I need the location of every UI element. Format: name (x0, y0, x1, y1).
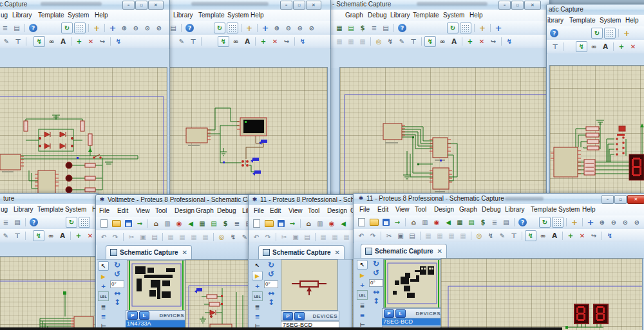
new-sheet-icon[interactable] (565, 231, 576, 241)
help-icon[interactable] (29, 24, 37, 32)
zoom-out-icon[interactable] (609, 217, 619, 227)
search-icon[interactable] (46, 37, 57, 46)
ruler-icon[interactable] (0, 23, 10, 33)
probe-labels[interactable] (245, 140, 267, 176)
copy-icon[interactable] (138, 232, 148, 242)
minimize-button[interactable] (280, 1, 292, 10)
zoom-area-icon[interactable] (295, 23, 305, 33)
menu-item-debug[interactable]: Debug (217, 207, 236, 214)
tab-close-icon[interactable] (335, 249, 340, 256)
tab-close-icon[interactable] (437, 248, 442, 255)
menu-item-design[interactable]: Design (327, 207, 347, 214)
tool-icon[interactable] (13, 37, 23, 46)
library-button[interactable]: L (395, 309, 406, 318)
origin-icon[interactable] (477, 23, 488, 33)
device-list-item-selected[interactable]: 1N4733A (126, 320, 185, 327)
goto-sheet-icon[interactable] (97, 37, 108, 46)
pan-icon[interactable] (585, 217, 596, 227)
film-icon[interactable] (455, 217, 465, 227)
pan-icon[interactable] (493, 23, 504, 33)
library-button[interactable]: L (294, 312, 305, 320)
block-move-icon[interactable] (435, 231, 445, 241)
schematic-canvas[interactable] (0, 256, 97, 330)
autoroute-icon[interactable] (576, 41, 587, 52)
rotate-cw-icon[interactable] (373, 260, 379, 269)
block-move-icon[interactable] (177, 232, 187, 242)
close-button[interactable] (627, 195, 644, 204)
grid-toggle-icon[interactable] (227, 23, 238, 33)
design-explorer-icon[interactable] (113, 37, 124, 46)
zoom-all-icon[interactable] (154, 23, 164, 33)
block-delete-icon[interactable] (458, 231, 468, 241)
import-icon[interactable] (392, 217, 402, 227)
new-file-icon[interactable] (100, 219, 108, 228)
notes-icon[interactable] (501, 217, 511, 227)
redraw-icon[interactable] (214, 23, 225, 33)
schematic-canvas[interactable] (440, 258, 643, 330)
cursor-mode-icon[interactable] (252, 261, 262, 270)
titlebar[interactable]: atic Capture (547, 5, 644, 15)
grid-toggle-icon[interactable] (79, 217, 90, 228)
cursor-mode-icon[interactable] (357, 260, 368, 270)
text-script-icon[interactable] (252, 302, 262, 311)
autoroute-icon[interactable] (218, 36, 229, 47)
junction-mode-icon[interactable] (99, 272, 108, 280)
block-delete-icon[interactable] (357, 37, 368, 46)
maximize-button[interactable] (135, 1, 147, 10)
search-icon[interactable] (46, 231, 56, 241)
mirror-x-icon[interactable] (268, 289, 274, 298)
rotation-angle-field[interactable]: 0° (369, 279, 383, 287)
menu-item-tool[interactable]: Tool (155, 207, 167, 214)
menu-item[interactable]: ug (1, 12, 8, 19)
device-list-item-selected[interactable]: 7SEG-BCD (382, 318, 441, 325)
book-icon[interactable] (209, 219, 219, 228)
redraw-icon[interactable] (61, 23, 73, 33)
ruler-icon[interactable] (369, 23, 379, 33)
notes-icon[interactable] (12, 23, 22, 33)
search-tag-icon[interactable] (600, 42, 611, 51)
junction-mode-icon[interactable] (252, 271, 263, 280)
rewind-icon[interactable] (443, 217, 453, 227)
minimize-button[interactable] (498, 1, 511, 10)
ic-component[interactable] (186, 128, 211, 146)
menu-item[interactable]: Help (625, 17, 639, 24)
cursor-mode-icon[interactable] (98, 261, 109, 271)
tile-icon[interactable] (315, 219, 325, 228)
wire-label-icon[interactable] (252, 291, 263, 301)
redraw-icon[interactable] (447, 23, 459, 33)
titlebar[interactable]: 11 - Proteus 8 Professional - Schem (249, 195, 356, 206)
remove-sheet-icon[interactable] (86, 37, 96, 46)
menu-item-library[interactable]: Library (505, 206, 525, 213)
autoroute-icon[interactable] (33, 230, 44, 241)
menu-item-tool[interactable]: Tool (308, 207, 319, 214)
new-sheet-icon[interactable] (258, 37, 269, 46)
pick-devices-button[interactable]: P (283, 312, 293, 320)
block-rotate-icon[interactable] (341, 232, 352, 242)
plug-icon[interactable] (486, 231, 496, 241)
open-folder-icon[interactable] (265, 220, 274, 227)
search-icon[interactable] (437, 37, 448, 46)
help-icon[interactable] (398, 24, 406, 32)
block-rotate-icon[interactable] (189, 232, 199, 242)
origin-icon[interactable] (244, 23, 254, 33)
dollar-icon[interactable] (357, 23, 368, 33)
zoom-all-icon[interactable] (632, 217, 642, 227)
menu-item-debug[interactable]: Debug (482, 206, 500, 213)
menu-item[interactable]: Template (38, 12, 64, 19)
rewind-icon[interactable] (185, 219, 196, 228)
pick-devices-button[interactable]: P (128, 311, 138, 320)
mirror-y-icon[interactable] (268, 298, 274, 307)
dollar-icon[interactable] (478, 217, 488, 227)
home-icon[interactable] (408, 217, 419, 227)
seven-segment-displays[interactable] (574, 304, 608, 324)
redraw-icon[interactable] (591, 28, 603, 39)
copy-icon[interactable] (290, 232, 301, 242)
minimize-button[interactable] (601, 195, 614, 204)
menu-item-template[interactable]: Template (531, 206, 557, 213)
rotation-angle-field[interactable]: 0° (110, 280, 124, 288)
zoom-in-icon[interactable] (119, 23, 129, 33)
redraw-icon[interactable] (66, 217, 77, 228)
mirror-y-icon[interactable] (373, 297, 379, 306)
dollar-icon[interactable] (220, 219, 231, 228)
autoroute-icon[interactable] (33, 36, 45, 47)
